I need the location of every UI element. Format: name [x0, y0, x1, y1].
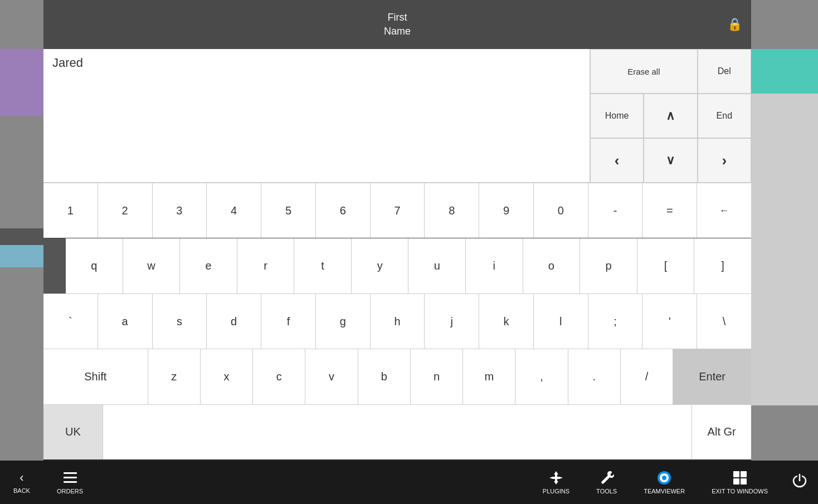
key-backslash[interactable]: \ [697, 294, 751, 349]
key-p[interactable]: p [580, 238, 637, 293]
svg-point-3 [602, 482, 603, 483]
key-l[interactable]: l [534, 294, 588, 349]
svg-rect-7 [733, 471, 739, 477]
key-z[interactable]: z [148, 349, 201, 404]
home-key[interactable]: Home [590, 94, 644, 138]
taskbar-teamviewer[interactable]: TEAMVIEWER [630, 461, 698, 504]
key-k[interactable]: k [479, 294, 534, 349]
key-s[interactable]: s [153, 294, 207, 349]
key-lbracket[interactable]: [ [637, 238, 695, 293]
taskbar: ‹ BACK ORDERS PLUGINS TOOLS TEAMV [0, 461, 818, 504]
key-j[interactable]: j [425, 294, 479, 349]
up-arrow-key[interactable]: ∧ [644, 94, 697, 138]
key-b[interactable]: b [358, 349, 411, 404]
exit-windows-label: EXIT TO WINDOWS [712, 488, 768, 495]
title-line2: Name [384, 25, 411, 38]
key-x[interactable]: x [201, 349, 253, 404]
back-label: BACK [13, 487, 30, 494]
key-2[interactable]: 2 [98, 183, 153, 238]
key-u[interactable]: u [408, 238, 466, 293]
key-o[interactable]: o [523, 238, 581, 293]
key-5[interactable]: 5 [261, 183, 316, 238]
key-semicolon[interactable]: ; [588, 294, 643, 349]
key-v[interactable]: v [305, 349, 358, 404]
key-shift[interactable]: Shift [43, 349, 148, 404]
teamviewer-icon [656, 470, 672, 486]
side-right-white [751, 94, 818, 405]
key-slash[interactable]: / [621, 349, 673, 404]
taskbar-power[interactable] [781, 473, 818, 491]
q-row: q w e r t y u i o p [ ] [43, 238, 751, 293]
key-e[interactable]: e [180, 238, 237, 293]
orders-icon [62, 470, 78, 486]
svg-rect-1 [64, 477, 77, 478]
key-n[interactable]: n [411, 349, 463, 404]
key-t[interactable]: t [294, 238, 352, 293]
key-6[interactable]: 6 [316, 183, 371, 238]
key-4[interactable]: 4 [207, 183, 261, 238]
back-icon: ‹ [20, 471, 23, 485]
end-key[interactable]: End [698, 94, 751, 138]
tools-label: TOOLS [596, 488, 617, 495]
key-enter[interactable]: Enter [673, 349, 751, 404]
side-purple [0, 49, 43, 116]
key-minus[interactable]: - [588, 183, 643, 238]
windows-icon [732, 470, 748, 486]
title-bar: First Name 🔒 [43, 0, 751, 49]
z-row: Shift z x c v b n m , . / Enter [43, 349, 751, 404]
key-c[interactable]: c [253, 349, 305, 404]
key-backspace[interactable]: ← [697, 183, 751, 238]
key-9[interactable]: 9 [479, 183, 534, 238]
svg-rect-10 [741, 478, 747, 485]
text-input-area: Jared Erase all Del Home ∧ End ‹ ∨ › [43, 49, 751, 183]
key-a[interactable]: a [98, 294, 153, 349]
nav-panel: Erase all Del Home ∧ End ‹ ∨ › [590, 49, 751, 183]
svg-rect-8 [741, 471, 747, 477]
key-r[interactable]: r [237, 238, 295, 293]
left-arrow-key[interactable]: ‹ [590, 138, 644, 183]
key-i[interactable]: i [466, 238, 523, 293]
input-value: Jared [52, 56, 83, 70]
a-row: ` a s d f g h j k l ; ' \ [43, 293, 751, 349]
title-line1: First [384, 11, 411, 25]
side-blue [0, 245, 43, 267]
svg-rect-0 [64, 472, 77, 474]
erase-all-key[interactable]: Erase all [590, 49, 698, 94]
key-m[interactable]: m [463, 349, 515, 404]
key-period[interactable]: . [568, 349, 621, 404]
key-equals[interactable]: = [642, 183, 697, 238]
key-q[interactable]: q [66, 238, 123, 293]
taskbar-plugins[interactable]: PLUGINS [529, 461, 583, 504]
key-g[interactable]: g [316, 294, 371, 349]
key-7[interactable]: 7 [371, 183, 425, 238]
taskbar-orders[interactable]: ORDERS [43, 461, 96, 504]
key-y[interactable]: y [352, 238, 409, 293]
taskbar-exit-windows[interactable]: EXIT TO WINDOWS [698, 461, 781, 504]
key-altgr[interactable]: Alt Gr [692, 405, 751, 459]
tools-icon [599, 470, 615, 486]
del-key[interactable]: Del [698, 49, 751, 94]
key-rbracket[interactable]: ] [694, 238, 751, 293]
key-backtick[interactable]: ` [43, 294, 98, 349]
teamviewer-label: TEAMVIEWER [644, 488, 685, 495]
key-quote[interactable]: ' [642, 294, 697, 349]
key-1[interactable]: 1 [43, 183, 98, 238]
key-space[interactable] [103, 405, 693, 459]
key-8[interactable]: 8 [425, 183, 479, 238]
key-d[interactable]: d [207, 294, 261, 349]
key-w[interactable]: w [123, 238, 181, 293]
side-right-teal [751, 49, 818, 94]
plugins-label: PLUGINS [543, 488, 569, 495]
key-uk[interactable]: UK [43, 405, 103, 459]
key-h[interactable]: h [371, 294, 425, 349]
key-f[interactable]: f [261, 294, 316, 349]
key-0[interactable]: 0 [534, 183, 588, 238]
taskbar-back[interactable]: ‹ BACK [0, 461, 43, 504]
down-arrow-key[interactable]: ∨ [644, 138, 697, 183]
right-arrow-key[interactable]: › [698, 138, 751, 183]
power-icon [792, 473, 807, 488]
taskbar-tools[interactable]: TOOLS [583, 461, 630, 504]
key-comma[interactable]: , [515, 349, 568, 404]
key-3[interactable]: 3 [153, 183, 207, 238]
orders-label: ORDERS [57, 488, 83, 495]
